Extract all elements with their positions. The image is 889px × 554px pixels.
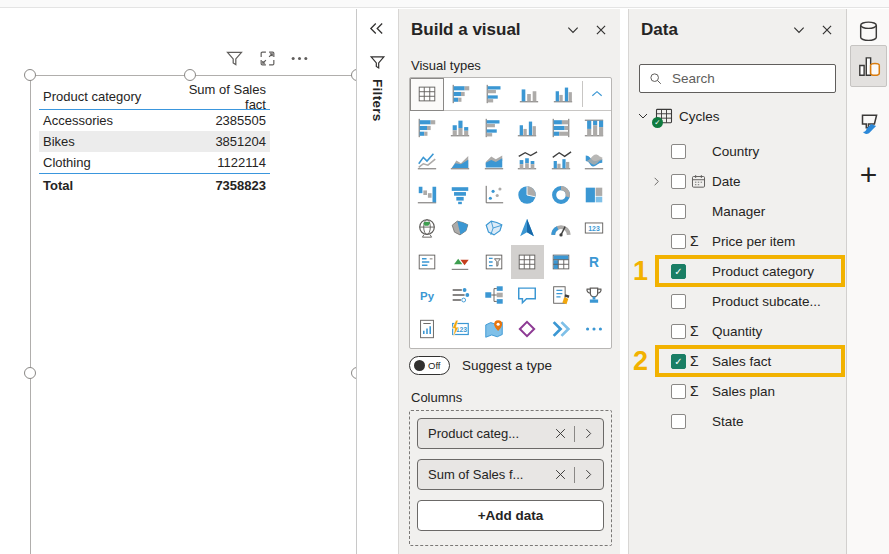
- funnel-chart-visual-icon[interactable]: [444, 178, 478, 212]
- remove-field-icon[interactable]: [554, 427, 567, 440]
- stacked-bar-chart-visual-icon[interactable]: [410, 111, 444, 145]
- table-node-cycles[interactable]: ✓ Cycles: [637, 103, 720, 129]
- smart-narrative-visual-icon[interactable]: [544, 279, 578, 313]
- table-visual-icon[interactable]: [410, 78, 444, 111]
- power-automate-visual-icon[interactable]: [544, 312, 578, 346]
- filled-map-visual-icon[interactable]: [444, 212, 478, 246]
- column-chart-visual-icon[interactable]: [512, 78, 546, 111]
- field-options-chevron-icon[interactable]: [582, 468, 595, 481]
- map-visual-icon[interactable]: [410, 212, 444, 246]
- ribbon-chart-visual-icon[interactable]: [578, 145, 612, 179]
- close-icon[interactable]: [820, 23, 834, 37]
- gauge-visual-icon[interactable]: [544, 212, 578, 246]
- r-script-visual-icon[interactable]: R: [578, 245, 612, 279]
- lightning-123-visual-icon[interactable]: 123: [444, 312, 478, 346]
- pie-chart-visual-icon[interactable]: [511, 178, 545, 212]
- field-checkbox[interactable]: [671, 294, 686, 309]
- field-row-manager[interactable]: Manager: [629, 196, 846, 226]
- clustered-bar-chart-visual-icon[interactable]: [478, 78, 512, 111]
- stacked-bar-chart-visual-icon[interactable]: [444, 78, 478, 111]
- field-row-date[interactable]: Date: [629, 166, 846, 196]
- filter-funnel-icon[interactable]: [224, 48, 245, 69]
- format-pane-icon[interactable]: [847, 105, 889, 145]
- add-pane-icon[interactable]: +: [847, 155, 889, 195]
- report-canvas[interactable]: Product category Sum of Sales fact Acces…: [0, 9, 357, 554]
- field-row-quantity[interactable]: ΣQuantity: [629, 316, 846, 346]
- table-visual[interactable]: Product category Sum of Sales fact Acces…: [30, 75, 357, 554]
- clustered-bar-chart-visual-icon[interactable]: [477, 111, 511, 145]
- area-chart-visual-icon[interactable]: [444, 145, 478, 179]
- chevron-down-icon[interactable]: [566, 23, 580, 37]
- stacked-column-chart-visual-icon[interactable]: [444, 111, 478, 145]
- collapse-gallery-icon[interactable]: [583, 87, 611, 101]
- stacked-area-chart-visual-icon[interactable]: [477, 145, 511, 179]
- paginated-report-visual-icon[interactable]: [410, 312, 444, 346]
- field-row-product-subcate[interactable]: Product subcate...: [629, 286, 846, 316]
- power-apps-visual-icon[interactable]: [511, 312, 545, 346]
- field-checkbox[interactable]: [671, 144, 686, 159]
- azure-map-visual-icon[interactable]: [511, 212, 545, 246]
- matrix-visual-icon[interactable]: [544, 245, 578, 279]
- card-visual-icon[interactable]: 123: [578, 212, 612, 246]
- filters-pane-collapsed[interactable]: Filters: [357, 9, 398, 554]
- focus-mode-icon[interactable]: [258, 49, 277, 68]
- field-checkbox[interactable]: ✓: [671, 354, 686, 369]
- selection-handle-top-mid[interactable]: [184, 69, 196, 81]
- shape-map-visual-icon[interactable]: [477, 212, 511, 246]
- kpi-visual-icon[interactable]: [444, 245, 478, 279]
- field-checkbox[interactable]: [671, 204, 686, 219]
- qna-visual-icon[interactable]: [511, 279, 545, 313]
- field-row-sales-fact[interactable]: ✓ΣSales fact: [629, 346, 846, 376]
- field-checkbox[interactable]: [671, 384, 686, 399]
- more-options-visual-icon[interactable]: [578, 312, 612, 346]
- add-data-button[interactable]: +Add data: [417, 500, 604, 531]
- selection-handle-top-left[interactable]: [24, 69, 36, 81]
- field-row-country[interactable]: Country: [629, 136, 846, 166]
- search-input[interactable]: Search: [639, 64, 836, 93]
- line-clustered-column-chart-visual-icon[interactable]: [544, 145, 578, 179]
- arcgis-map-visual-icon[interactable]: [477, 312, 511, 346]
- expand-pane-icon[interactable]: [368, 20, 385, 37]
- field-pill-sum-of-sales-f[interactable]: Sum of Sales f...: [417, 459, 604, 490]
- field-checkbox[interactable]: [671, 414, 686, 429]
- table-row-accessories[interactable]: Accessories 2385505: [39, 110, 270, 131]
- data-pane-icon[interactable]: [847, 15, 889, 47]
- build-visual-pane-icon[interactable]: [850, 45, 887, 87]
- slicer-visual-icon[interactable]: [477, 245, 511, 279]
- clustered-column-chart-visual-icon[interactable]: [546, 78, 580, 111]
- field-checkbox[interactable]: [671, 174, 686, 189]
- columns-field-well[interactable]: Product categ... Sum of Sales f... +Add …: [409, 410, 612, 546]
- clustered-column-chart-visual-icon[interactable]: [511, 111, 545, 145]
- field-row-price-per-item[interactable]: ΣPrice per item: [629, 226, 846, 256]
- field-checkbox[interactable]: [671, 324, 686, 339]
- more-options-icon[interactable]: [290, 49, 309, 68]
- selection-handle-left-mid[interactable]: [24, 367, 36, 379]
- line-chart-visual-icon[interactable]: [410, 145, 444, 179]
- treemap-visual-icon[interactable]: [578, 178, 612, 212]
- hundred-stacked-bar-chart-visual-icon[interactable]: [544, 111, 578, 145]
- field-options-chevron-icon[interactable]: [582, 427, 595, 440]
- chevron-down-icon[interactable]: [637, 110, 649, 122]
- line-stacked-column-chart-visual-icon[interactable]: [511, 145, 545, 179]
- field-row-sales-plan[interactable]: ΣSales plan: [629, 376, 846, 406]
- field-row-state[interactable]: State: [629, 406, 846, 436]
- donut-chart-visual-icon[interactable]: [544, 178, 578, 212]
- table-row-bikes[interactable]: Bikes 3851204: [39, 131, 270, 152]
- decomposition-tree-visual-icon[interactable]: [477, 279, 511, 313]
- field-checkbox[interactable]: ✓: [671, 264, 686, 279]
- key-influencers-visual-icon[interactable]: [444, 279, 478, 313]
- close-icon[interactable]: [594, 23, 608, 37]
- hundred-stacked-column-chart-visual-icon[interactable]: [578, 111, 612, 145]
- field-pill-product-categ[interactable]: Product categ...: [417, 418, 604, 449]
- waterfall-chart-visual-icon[interactable]: [410, 178, 444, 212]
- metrics-visual-icon[interactable]: [578, 279, 612, 313]
- chevron-down-icon[interactable]: [792, 23, 806, 37]
- multi-row-card-visual-icon[interactable]: [410, 245, 444, 279]
- table-visual-icon[interactable]: [511, 245, 545, 279]
- table-row-clothing[interactable]: Clothing 1122114: [39, 152, 270, 173]
- scatter-chart-visual-icon[interactable]: [477, 178, 511, 212]
- suggest-type-toggle[interactable]: Off: [409, 356, 450, 375]
- expand-chevron-icon[interactable]: [651, 176, 671, 187]
- python-visual-icon[interactable]: Py: [410, 279, 444, 313]
- field-row-product-category[interactable]: ✓Product category: [629, 256, 846, 286]
